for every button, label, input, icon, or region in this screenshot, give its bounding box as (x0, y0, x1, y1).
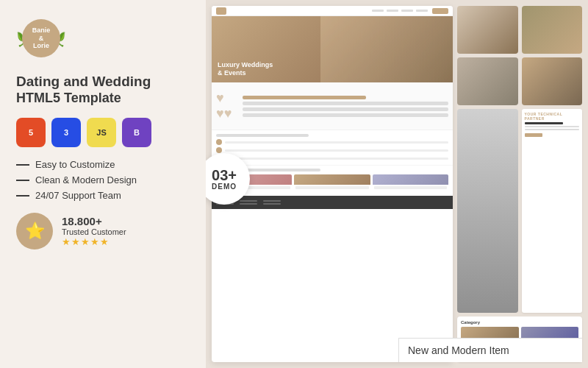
mock-nav-link-1 (372, 10, 384, 12)
mock-nav-link-2 (387, 10, 398, 12)
side-photo-2 (522, 6, 583, 54)
feature-item-1: Easy to Customize (16, 159, 190, 170)
mock-footer-line-5 (263, 200, 281, 202)
mock-footer-line-4 (240, 203, 257, 205)
mock-news-img-2 (294, 174, 370, 185)
mock-hero: Luxury Weddings & Events (212, 16, 453, 82)
mock-story-item-2 (216, 147, 448, 153)
css-icon: 3 (51, 118, 81, 147)
partner-tag: your technical partner (525, 112, 580, 121)
feature-text-2: Clean & Modern Design (35, 174, 137, 185)
new-item-label-bar: New and Modern Item (398, 338, 582, 362)
mock-story-line-3 (225, 158, 448, 160)
js-icon: JS (87, 118, 116, 147)
features-list: Easy to Customize Clean & Modern Design … (16, 159, 190, 201)
mock-form-field-1 (243, 102, 448, 105)
feature-dash-3 (16, 195, 29, 197)
logo-badge: 🌿 Banie & Lorie 🌿 (16, 13, 66, 63)
mock-nav-link-3 (401, 10, 413, 12)
mock-footer-col-2 (240, 200, 257, 205)
feature-text-3: 24/07 Support Team (35, 190, 121, 201)
feature-text-1: Easy to Customize (35, 159, 115, 170)
mock-story-section (212, 130, 453, 166)
mock-hero-photo (320, 16, 453, 82)
mock-footer-line-3 (240, 200, 257, 202)
mock-story-dot-2 (216, 147, 222, 153)
mock-news-card-3 (373, 174, 448, 193)
partner-desc-2 (525, 129, 580, 130)
trust-number: 18.800+ (62, 215, 126, 227)
mock-nav-button (432, 8, 448, 14)
feature-item-3: 24/07 Support Team (16, 190, 190, 201)
partner-button[interactable] (525, 133, 542, 137)
category-header: Category (461, 320, 578, 325)
new-item-text: New and Modern Item (408, 344, 509, 356)
bootstrap-icon: B (122, 118, 151, 147)
js-label: JS (96, 128, 106, 137)
mock-story-item-1 (216, 139, 448, 145)
demo-number: 03+ (212, 168, 237, 183)
side-photo-1 (457, 6, 518, 54)
trust-text-block: 18.800+ Trusted Customer ★★★★★ (62, 215, 126, 247)
trust-badge-icon: ⭐ (16, 213, 53, 250)
mock-news-cards (216, 174, 448, 193)
mock-footer-line-6 (263, 203, 281, 205)
mock-nav-link-4 (416, 10, 428, 12)
html-label: 5 (29, 128, 33, 137)
feature-item-2: Clean & Modern Design (16, 174, 190, 185)
partner-desc-1 (525, 126, 580, 127)
mock-form-section: ♥ ♥♥ (212, 82, 453, 130)
logo-text-line3: Lorie (33, 42, 49, 50)
mock-news-card-2 (294, 174, 370, 193)
html-icon: 5 (16, 118, 46, 147)
mock-news-text-3 (374, 186, 447, 189)
mock-story-title-bar (216, 134, 309, 137)
center-preview: 03+ DEMO (212, 6, 453, 362)
logo-text-line2: & (39, 35, 44, 43)
mock-story-dot-1 (216, 139, 222, 145)
mock-story-line-1 (225, 141, 448, 144)
left-panel: 🌿 Banie & Lorie 🌿 Dating and Wedding HTM… (0, 0, 206, 368)
mock-news-img-3 (373, 174, 448, 185)
tech-icons-row: 5 3 JS B (16, 118, 190, 147)
trust-area: ⭐ 18.800+ Trusted Customer ★★★★★ (16, 213, 190, 250)
mock-story-item-3 (216, 155, 448, 161)
side-main-inner (457, 109, 518, 313)
main-title-line2: HTML5 Template (16, 91, 190, 107)
mock-story-items (216, 139, 448, 161)
mock-form-field-2 (243, 107, 448, 111)
side-main-photo (457, 109, 518, 313)
right-side-panel: your technical partner Category (457, 6, 582, 362)
mock-hearts-decoration: ♥ ♥♥ (216, 91, 238, 121)
logo-area: 🌿 Banie & Lorie 🌿 (16, 13, 190, 63)
mock-news-text-2 (295, 186, 368, 189)
side-photo-4 (522, 57, 583, 105)
side-photo-3 (457, 57, 518, 105)
side-middle: your technical partner (457, 109, 582, 313)
mock-form-box (243, 96, 448, 117)
mock-navbar (212, 6, 453, 16)
feature-dash-1 (16, 164, 29, 166)
main-title-line1: Dating and Wedding (16, 74, 190, 91)
mock-hero-line2: & Events (218, 69, 273, 78)
mock-hero-line1: Luxury Weddings (218, 61, 273, 70)
bs-label: B (134, 128, 140, 137)
mock-form-title-bar (243, 96, 366, 99)
mock-footer (212, 196, 453, 209)
mock-logo (216, 7, 226, 15)
title-area: Dating and Wedding HTML5 Template (16, 74, 190, 106)
star-rating: ★★★★★ (62, 236, 126, 247)
demo-label: DEMO (212, 183, 237, 191)
mock-footer-col-3 (263, 200, 281, 205)
css-label: 3 (64, 128, 68, 137)
mock-nav-links (372, 10, 428, 12)
logo-text-line1: Banie (32, 26, 51, 35)
trust-label: Trusted Customer (62, 227, 126, 236)
right-panel: 03+ DEMO (206, 0, 588, 368)
partner-card: your technical partner (522, 109, 583, 313)
feature-dash-2 (16, 180, 29, 181)
partner-title-bar (525, 122, 563, 124)
top-photos-grid (457, 6, 582, 105)
logo-circle: Banie & Lorie (22, 19, 60, 57)
mock-form-field-3 (243, 113, 448, 117)
